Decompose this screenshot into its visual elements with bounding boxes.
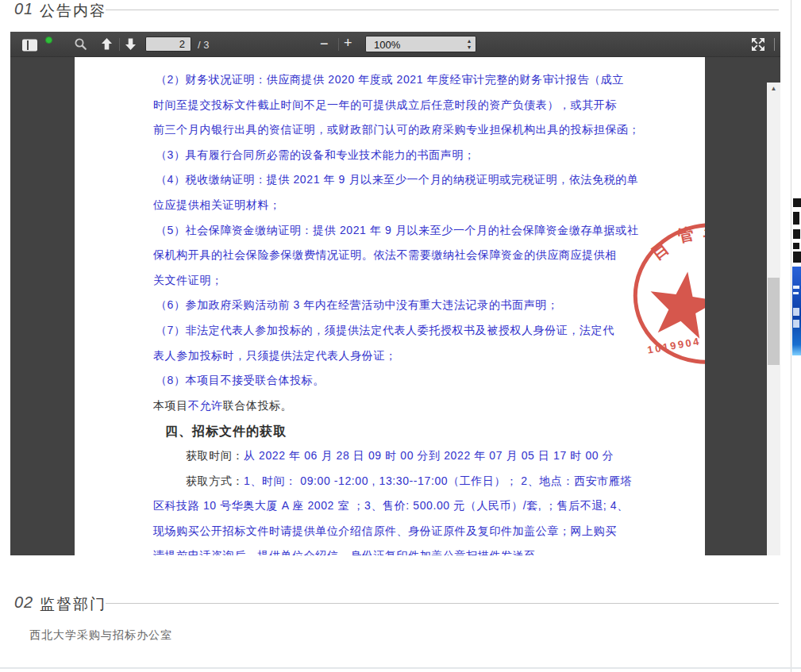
document-line: （7）非法定代表人参加投标的，须提供法定代表人委托授权书及被授权人身份证，法定代 <box>153 324 618 349</box>
spinner-arrows-icon[interactable]: ▴ ▾ <box>468 38 471 51</box>
document-line: （8）本项目不接受联合体投标。 <box>153 374 618 399</box>
document-line: （2）财务状况证明：供应商提供 2020 年度或 2021 年度经审计完整的财务… <box>153 73 618 98</box>
section-number: 02 <box>14 593 33 612</box>
supervisor-name: 西北大学采购与招标办公室 <box>29 628 172 643</box>
document-line: 本项目不允许联合体投标。 <box>153 399 618 424</box>
document-line: 位应提供相关证明材料； <box>153 198 618 224</box>
document-line: 请提前电话咨询后、提供单位介绍信、身份证复印件加盖公章扫描件发送至 <box>153 549 618 555</box>
vertical-scrollbar[interactable]: ▲ ▼ <box>767 83 780 555</box>
document-text: （2）财务状况证明：供应商提供 2020 年度或 2021 年度经审计完整的财务… <box>153 73 618 555</box>
right-panel-border <box>791 0 791 672</box>
document-line: 保机构开具的社会保险参保缴费情况证明。依法不需要缴纳社会保障资金的供应商应提供相 <box>153 248 618 274</box>
sidebar-icon <box>21 38 39 55</box>
pdf-viewer: / 3 − + 100% ▴ ▾ <box>10 32 780 555</box>
document-line: 获取方式：1、时间： 09:00 -12:00 , 13:30--17:00（工… <box>153 474 618 500</box>
clipped-glyph <box>793 243 799 249</box>
document-line: 表人参加投标时，只须提供法定代表人身份证； <box>153 349 618 374</box>
clipped-glyph <box>793 252 801 263</box>
section-title: 监督部门 <box>40 594 106 615</box>
clipped-glyph <box>793 229 800 239</box>
section-title: 公告内容 <box>40 1 106 21</box>
document-line: （4）税收缴纳证明：提供 2021 年 9 月以来至少一个月的纳税证明或完税证明… <box>153 173 618 198</box>
zoom-in-button[interactable]: + <box>344 35 352 52</box>
pdf-content-area: （2）财务状况证明：供应商提供 2020 年度或 2021 年度经审计完整的财务… <box>10 57 780 555</box>
star-icon <box>645 267 705 340</box>
fullscreen-icon <box>750 43 766 55</box>
scroll-up-arrow-icon[interactable]: ▲ <box>767 83 780 94</box>
banner-fragment <box>793 292 799 294</box>
document-line: 获取时间：从 2022 年 06 月 28 日 09 时 00 分到 2022 … <box>153 449 618 474</box>
document-line: 时间至提交投标文件截止时间不足一年的可提供成立后任意时段的资产负债表），或其开标 <box>153 98 618 124</box>
bottom-divider <box>0 667 801 669</box>
document-line: 四、招标文件的获取 <box>153 424 618 449</box>
section-rule <box>106 603 779 604</box>
document-line: 前三个月内银行出具的资信证明，或财政部门认可的政府采购专业担保机构出具的投标担保… <box>153 123 618 148</box>
sidebar-toggle-button[interactable] <box>21 36 53 54</box>
section-rule <box>106 10 779 10</box>
document-line: 关文件证明； <box>153 274 618 299</box>
search-icon <box>74 41 87 53</box>
page-number-input[interactable] <box>145 36 191 52</box>
page: 01 公告内容 <box>0 0 801 672</box>
red-seal-stamp: 目管理 1019904 <box>631 214 705 373</box>
banner-fragment <box>793 308 799 316</box>
clipped-glyph <box>793 198 801 207</box>
previous-page-button[interactable] <box>99 37 114 52</box>
document-line: 区科技路 10 号华奥大厦 A 座 2002 室 ；3、售价: 500.00 元… <box>153 499 618 524</box>
page-count-label: / 3 <box>198 39 209 51</box>
clipped-banner[interactable] <box>792 267 801 355</box>
pdf-page: （2）财务状况证明：供应商提供 2020 年度或 2021 年度经审计完整的财务… <box>75 57 705 555</box>
zoom-out-button[interactable]: − <box>320 36 329 52</box>
document-line: （5）社会保障资金缴纳证明：提供 2021 年 9 月以来至少一个月的社会保障资… <box>153 224 618 249</box>
scrollbar-thumb[interactable] <box>768 278 780 365</box>
toolbar-separator <box>774 38 775 51</box>
search-button[interactable] <box>73 37 87 52</box>
document-line: 现场购买公开招标文件时请提供单位介绍信原件、身份证原件及复印件加盖公章；网上购买 <box>153 524 618 550</box>
banner-fragment <box>793 286 799 289</box>
zoom-level-value: 100% <box>374 39 400 51</box>
document-line: （3）具有履行合同所必需的设备和专业技术能力的书面声明； <box>153 148 618 174</box>
arrow-up-icon <box>100 41 114 53</box>
pdf-toolbar: / 3 − + 100% ▴ ▾ <box>10 32 780 57</box>
document-line: （6）参加政府采购活动前 3 年内在经营活动中没有重大违法记录的书面声明； <box>153 298 618 324</box>
fullscreen-button[interactable] <box>750 36 766 52</box>
toolbar-separator <box>338 38 339 51</box>
toolbar-separator <box>119 38 120 51</box>
section-number: 01 <box>14 0 33 18</box>
clipped-glyph <box>793 212 799 225</box>
banner-fragment <box>793 320 799 328</box>
section-supervisor-header: 02 监督部门 <box>0 593 801 614</box>
arrow-down-icon <box>124 41 137 53</box>
notification-dot <box>45 36 52 44</box>
zoom-level-select[interactable]: 100% ▴ ▾ <box>365 36 476 52</box>
section-announcement-header: 01 公告内容 <box>0 0 801 21</box>
next-page-button[interactable] <box>123 37 137 52</box>
